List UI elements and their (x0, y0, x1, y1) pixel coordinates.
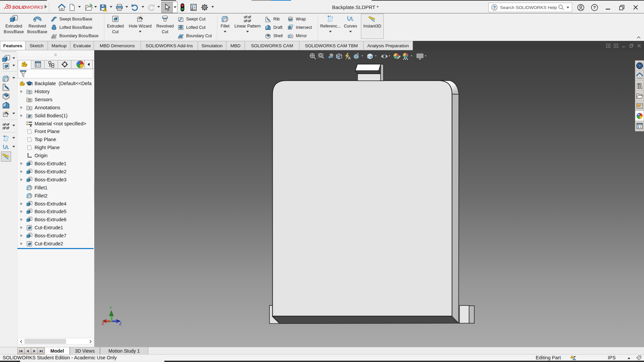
expand-arrow-icon[interactable] (20, 210, 22, 213)
tree-item-front-plane[interactable]: Front Plane (17, 127, 94, 135)
tab-features[interactable]: Features (0, 41, 25, 50)
tree-item-boss-extrude7[interactable]: Boss-Extrude7 (17, 232, 94, 240)
boundary-cut-button[interactable]: Boundary Cut (178, 32, 212, 40)
tree-item-boss-extrude6[interactable]: Boss-Extrude6 (17, 216, 94, 224)
model-right-flange-front[interactable] (460, 305, 469, 323)
graphics-viewport[interactable]: X Y Z (94, 50, 644, 347)
tree-item-boss-extrude4[interactable]: Boss-Extrude4 (17, 200, 94, 208)
undo-button[interactable] (130, 3, 139, 12)
instant3d-button[interactable]: Instant3D (361, 14, 384, 39)
tree-item-material[interactable]: Material <not specified> (17, 120, 94, 128)
threedexperience-button[interactable] (635, 61, 644, 71)
last-tab-button[interactable] (38, 348, 44, 354)
next-tab-button[interactable] (31, 348, 38, 354)
apply-scene-button[interactable] (401, 52, 410, 60)
select-tool-button[interactable] (162, 2, 173, 13)
expand-arrow-icon[interactable] (20, 114, 22, 117)
tree-item-solid-bodies1[interactable]: Solid Bodies(1) (17, 112, 94, 120)
expand-arrow-icon[interactable] (20, 106, 22, 109)
tab-evaluate[interactable]: Evaluate (70, 41, 94, 50)
tree-item-top-plane[interactable]: Top Plane (17, 135, 94, 143)
hole-wizard-button[interactable]: Hole Wizard (125, 14, 155, 40)
help-button[interactable]: ? (590, 3, 599, 12)
magnifier-icon[interactable] (558, 4, 565, 11)
home-button[interactable] (57, 3, 66, 12)
search-caret[interactable] (567, 7, 569, 8)
model-right-flange-side[interactable] (469, 306, 475, 323)
tab-propertymanager[interactable] (31, 60, 45, 69)
toolbar-extruded-cut-caret[interactable] (12, 65, 15, 68)
revolved-cut-button[interactable]: Revolved Cut (154, 14, 176, 40)
tree-item-cut-extrude1[interactable]: Cut-Extrude1 (17, 224, 94, 232)
curves-caret[interactable] (349, 30, 352, 34)
toolbar-linear-pattern-caret[interactable] (12, 125, 15, 128)
linear-pattern-caret[interactable] (246, 30, 249, 34)
options-caret[interactable] (211, 6, 214, 9)
save-button[interactable]: ! (99, 3, 107, 12)
document-properties-button[interactable] (189, 3, 198, 12)
select-tool-caret[interactable] (174, 6, 176, 8)
next-window-icon[interactable] (614, 44, 618, 48)
backplate-model[interactable]: X Y Z (94, 50, 644, 347)
ribbon-collapse-chevron[interactable] (635, 34, 642, 41)
tree-item-right-plane[interactable]: Right Plane (17, 143, 94, 152)
tab-analysis-preparation[interactable]: Analysis Preparation (364, 41, 413, 50)
save-caret[interactable] (110, 6, 112, 9)
status-units[interactable]: IPS (608, 355, 615, 360)
model-tab-top-face[interactable] (355, 64, 381, 71)
minimize-window-icon[interactable] (622, 44, 626, 48)
model-tab-front-face[interactable] (358, 74, 381, 80)
expand-arrow-icon[interactable] (20, 226, 22, 229)
toolbar-expander-icon[interactable] (44, 4, 47, 9)
rib-button[interactable]: Rib (265, 15, 280, 23)
tree-item-annotations[interactable]: A Annotations (17, 104, 94, 112)
tree-item-fillet1[interactable]: Fillet1 (17, 184, 94, 192)
apply-scene-caret[interactable] (411, 55, 413, 57)
undo-caret[interactable] (142, 6, 144, 9)
mirror-button[interactable]: Mirror (287, 32, 307, 40)
linear-pattern-button[interactable]: Linear Pattern (232, 14, 263, 40)
swept-cut-button[interactable]: Swept Cut (178, 15, 206, 23)
wrap-button[interactable]: Wrap (287, 15, 306, 23)
fillet-button[interactable]: Fillet (217, 14, 233, 40)
toolbar-reference-geometry-caret[interactable] (12, 137, 15, 140)
search-input[interactable]: Search SOLIDWORKS Help (500, 5, 558, 10)
toolbar-extruded-cut-button[interactable] (1, 62, 10, 71)
custom-properties-button[interactable] (635, 121, 644, 131)
design-library-button[interactable] (635, 81, 644, 91)
display-style-button[interactable] (366, 52, 374, 60)
intersect-button[interactable]: Intersect (287, 23, 312, 32)
swept-boss-base-button[interactable]: Swept Boss/Base (51, 15, 92, 23)
first-tab-button[interactable] (17, 348, 24, 354)
toolbar-curves-caret[interactable] (12, 146, 15, 149)
search-box[interactable]: ? Search SOLIDWORKS Help (488, 3, 572, 12)
scrollbar-thumb[interactable] (24, 339, 66, 344)
interference-button[interactable] (178, 3, 187, 12)
view-orientation-button[interactable] (352, 52, 360, 60)
tree-item-boss-extrude2[interactable]: Boss-Extrude2 (17, 168, 94, 176)
units-caret[interactable] (627, 357, 631, 359)
new-document-caret[interactable] (78, 6, 81, 9)
toolbar-reference-geometry-button[interactable] (1, 134, 10, 143)
view-palette-button[interactable] (635, 101, 644, 111)
extruded-cut-button[interactable]: Extruded Cut (105, 14, 126, 40)
restore-button[interactable] (617, 3, 627, 12)
tree-filter-box[interactable] (18, 69, 93, 78)
tab-mbd-dimensions[interactable]: MBD Dimensions (94, 41, 141, 50)
tab-solidworks-add-ins[interactable]: SOLIDWORKS Add-Ins (141, 41, 198, 50)
reference-geometry-caret[interactable] (329, 30, 332, 34)
draft-button[interactable]: Draft (265, 23, 282, 32)
toolbar-curves-button[interactable] (1, 143, 10, 152)
hide-show-items-caret[interactable] (388, 55, 390, 57)
shell-button[interactable]: Shell (265, 32, 283, 40)
tag-button[interactable] (636, 355, 642, 361)
tab-motion-study-1[interactable]: Motion Study 1 (100, 347, 148, 355)
curves-button[interactable]: Curves (341, 14, 360, 40)
reference-geometry-button[interactable]: Referenc... (317, 14, 343, 40)
tab-solidworks-cam-tbm[interactable]: SOLIDWORKS CAM TBM (300, 41, 364, 50)
toolbar-draft-button[interactable] (1, 101, 10, 110)
toolbar-grip[interactable] (1, 51, 16, 52)
print-button[interactable] (115, 3, 124, 12)
model-tab-side-face[interactable] (381, 64, 384, 80)
restore-window-icon[interactable] (629, 44, 634, 48)
